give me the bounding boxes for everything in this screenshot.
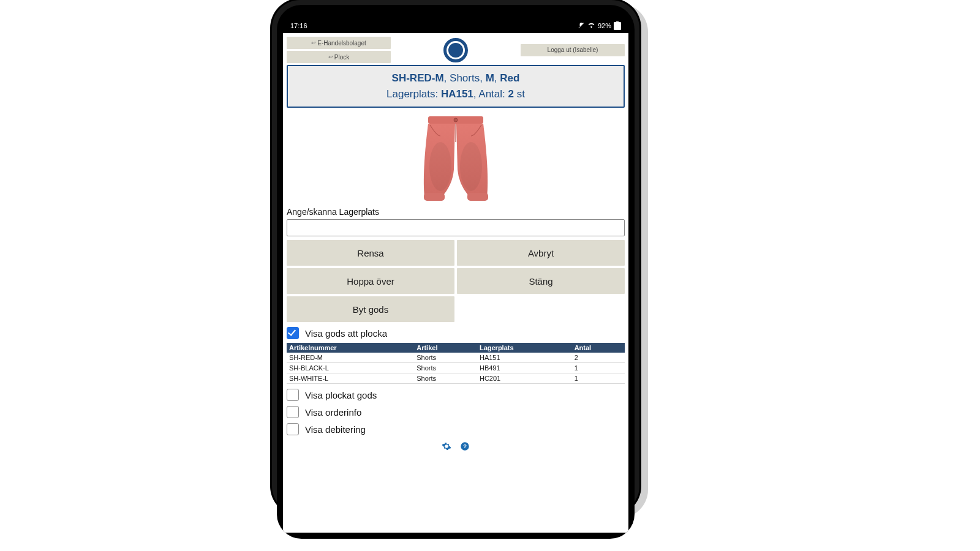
battery-pct: 92% xyxy=(598,22,611,29)
table-cell: HC201 xyxy=(477,373,572,384)
battery-icon xyxy=(614,22,621,30)
product-image xyxy=(287,111,625,203)
status-bar: 17:16 92% xyxy=(283,18,628,33)
table-header: Antal xyxy=(572,343,625,353)
product-sku: SH-RED-M xyxy=(392,72,444,84)
checkbox-show-orderinfo-label: Visa orderinfo xyxy=(305,407,361,418)
table-cell: SH-WHITE-L xyxy=(287,373,414,384)
table-cell: SH-BLACK-L xyxy=(287,363,414,373)
app-logo-icon xyxy=(443,38,468,62)
table-header: Lagerplats xyxy=(477,343,572,353)
table-row[interactable]: SH-BLACK-LShortsHB4911 xyxy=(287,363,625,373)
table-cell: HA151 xyxy=(477,353,572,363)
status-time: 17:16 xyxy=(290,22,307,29)
scan-input-label: Ange/skanna Lagerplats xyxy=(287,207,625,217)
qty-unit: st xyxy=(517,88,525,100)
clear-button[interactable]: Rensa xyxy=(287,240,454,266)
table-cell: Shorts xyxy=(414,353,477,363)
table-header: Artikel xyxy=(414,343,477,353)
table-cell: 1 xyxy=(572,373,625,384)
checkbox-show-picked-label: Visa plockat gods xyxy=(305,390,377,400)
level-up-icon: ↩ xyxy=(311,40,316,46)
table-cell: Shorts xyxy=(414,363,477,373)
breadcrumb-page-label: Plock xyxy=(334,54,349,61)
table-cell: Shorts xyxy=(414,373,477,384)
qty-value: 2 xyxy=(508,88,514,100)
table-cell: 1 xyxy=(572,363,625,373)
svg-point-5 xyxy=(429,142,451,191)
checkbox-show-to-pick[interactable] xyxy=(287,327,299,339)
checkbox-show-picked[interactable] xyxy=(287,389,299,401)
logout-button[interactable]: Logga ut (Isabelle) xyxy=(521,44,625,56)
table-cell: 2 xyxy=(572,353,625,363)
checkbox-show-orderinfo[interactable] xyxy=(287,406,299,418)
table-row[interactable]: SH-WHITE-LShortsHC2011 xyxy=(287,373,625,384)
mute-icon xyxy=(578,22,585,29)
checkbox-show-to-pick-label: Visa gods att plocka xyxy=(305,328,387,339)
location-label: Lagerplats: xyxy=(386,88,438,100)
swap-goods-button[interactable]: Byt gods xyxy=(287,296,454,322)
checkbox-show-billing-label: Visa debitering xyxy=(305,424,366,435)
breadcrumb-company[interactable]: ↩ E-Handelsbolaget xyxy=(287,37,391,49)
location-value: HA151 xyxy=(441,88,473,100)
scan-location-input[interactable] xyxy=(287,219,625,236)
svg-text:?: ? xyxy=(463,443,467,449)
table-cell: HB491 xyxy=(477,363,572,373)
qty-label: Antal: xyxy=(478,88,505,100)
table-row[interactable]: SH-RED-MShortsHA1512 xyxy=(287,353,625,363)
checkbox-show-billing[interactable] xyxy=(287,423,299,435)
cancel-button[interactable]: Avbryt xyxy=(457,240,625,266)
close-button[interactable]: Stäng xyxy=(457,268,625,294)
empty-slot xyxy=(457,296,625,322)
skip-button[interactable]: Hoppa över xyxy=(287,268,454,294)
tablet-frame: 17:16 92% xyxy=(272,0,639,514)
table-header: Artikelnummer xyxy=(287,343,414,353)
settings-icon[interactable] xyxy=(442,441,451,451)
product-size: M xyxy=(486,72,494,84)
svg-rect-3 xyxy=(467,193,488,201)
logout-label: Logga ut (Isabelle) xyxy=(548,47,598,53)
svg-rect-2 xyxy=(424,193,445,201)
pick-table: ArtikelnummerArtikelLagerplatsAntal SH-R… xyxy=(287,343,625,384)
product-info-panel: SH-RED-M, Shorts, M, Red Lagerplats: HA1… xyxy=(287,65,625,108)
breadcrumb-page[interactable]: ↩ Plock xyxy=(287,51,391,63)
help-icon[interactable]: ? xyxy=(460,441,470,451)
table-cell: SH-RED-M xyxy=(287,353,414,363)
breadcrumb-company-label: E-Handelsbolaget xyxy=(317,40,366,47)
svg-point-1 xyxy=(454,118,458,122)
level-up-icon: ↩ xyxy=(328,54,333,60)
product-name: Shorts xyxy=(450,72,480,84)
svg-point-6 xyxy=(460,142,482,191)
product-color: Red xyxy=(500,72,519,84)
wifi-icon xyxy=(587,22,595,29)
